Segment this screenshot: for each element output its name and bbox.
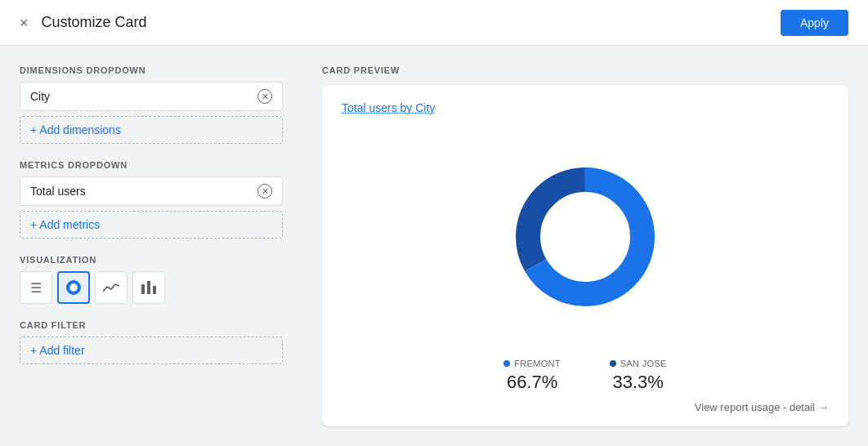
fremont-label: FREMONT bbox=[514, 359, 560, 368]
left-panel: DIMENSIONS DROPDOWN City ✕ + Add dimensi… bbox=[0, 46, 302, 446]
page-title: Customize Card bbox=[42, 14, 147, 31]
arrow-icon: → bbox=[818, 401, 829, 413]
view-report-link[interactable]: View report usage - detail → bbox=[342, 401, 829, 413]
bar-chart-icon bbox=[141, 281, 156, 294]
donut-container: FREMONT 66.7% SAN JOSE 33.3% bbox=[342, 124, 829, 393]
right-panel: CARD PREVIEW Total users by City bbox=[302, 46, 868, 446]
dimensions-value: City bbox=[30, 90, 50, 103]
metrics-dropdown[interactable]: Total users ✕ bbox=[20, 176, 283, 206]
legend-sanjose: SAN JOSE 33.3% bbox=[610, 359, 667, 393]
dimensions-clear-button[interactable]: ✕ bbox=[257, 89, 272, 104]
visualization-icons: ☰ bbox=[20, 271, 283, 304]
visualization-section-label: VISUALIZATION bbox=[20, 255, 283, 265]
chart-legend: FREMONT 66.7% SAN JOSE 33.3% bbox=[503, 359, 666, 393]
donut-svg bbox=[503, 155, 667, 319]
donut-chart-icon bbox=[65, 279, 82, 296]
svg-rect-4 bbox=[153, 286, 156, 294]
view-report-text: View report usage - detail bbox=[695, 401, 815, 413]
close-icon: × bbox=[20, 16, 29, 30]
filter-section: CARD FILTER + Add filter bbox=[20, 320, 283, 364]
chart-title: Total users by City bbox=[342, 101, 829, 114]
header-left: × Customize Card bbox=[20, 14, 147, 31]
preview-card: Total users by City bbox=[322, 85, 848, 426]
donut-chart bbox=[503, 124, 667, 349]
apply-button[interactable]: Apply bbox=[781, 10, 848, 36]
line-viz-button[interactable] bbox=[95, 271, 128, 304]
dimensions-dropdown[interactable]: City ✕ bbox=[20, 82, 283, 111]
header: × Customize Card Apply bbox=[0, 0, 868, 46]
metrics-clear-button[interactable]: ✕ bbox=[257, 184, 272, 198]
dimensions-section-label: DIMENSIONS DROPDOWN bbox=[20, 65, 283, 75]
filter-section-label: CARD FILTER bbox=[20, 320, 283, 330]
svg-rect-3 bbox=[147, 281, 150, 294]
add-dimensions-button[interactable]: + Add dimensions bbox=[20, 116, 283, 144]
donut-viz-button[interactable] bbox=[57, 271, 90, 304]
line-chart-icon bbox=[103, 282, 119, 293]
sanjose-percentage: 33.3% bbox=[613, 372, 664, 393]
sanjose-dot bbox=[610, 360, 616, 367]
add-metrics-button[interactable]: + Add metrics bbox=[20, 211, 283, 239]
close-button[interactable]: × bbox=[20, 16, 29, 30]
card-preview-label: CARD PREVIEW bbox=[322, 65, 848, 75]
legend-fremont: FREMONT 66.7% bbox=[503, 359, 560, 393]
table-icon: ☰ bbox=[30, 280, 42, 296]
legend-sanjose-row: SAN JOSE bbox=[610, 359, 667, 368]
fremont-dot bbox=[503, 360, 510, 367]
bar-viz-button[interactable] bbox=[132, 271, 165, 304]
legend-fremont-row: FREMONT bbox=[503, 359, 560, 368]
table-viz-button[interactable]: ☰ bbox=[20, 271, 52, 304]
visualization-section: VISUALIZATION ☰ bbox=[20, 255, 283, 304]
add-filter-button[interactable]: + Add filter bbox=[20, 337, 283, 364]
main-layout: DIMENSIONS DROPDOWN City ✕ + Add dimensi… bbox=[0, 46, 868, 446]
metrics-section-label: METRICS DROPDOWN bbox=[20, 160, 283, 170]
svg-rect-2 bbox=[141, 284, 145, 294]
svg-point-1 bbox=[71, 285, 76, 290]
metrics-value: Total users bbox=[30, 185, 86, 198]
fremont-percentage: 66.7% bbox=[507, 372, 557, 393]
sanjose-label: SAN JOSE bbox=[620, 359, 667, 368]
